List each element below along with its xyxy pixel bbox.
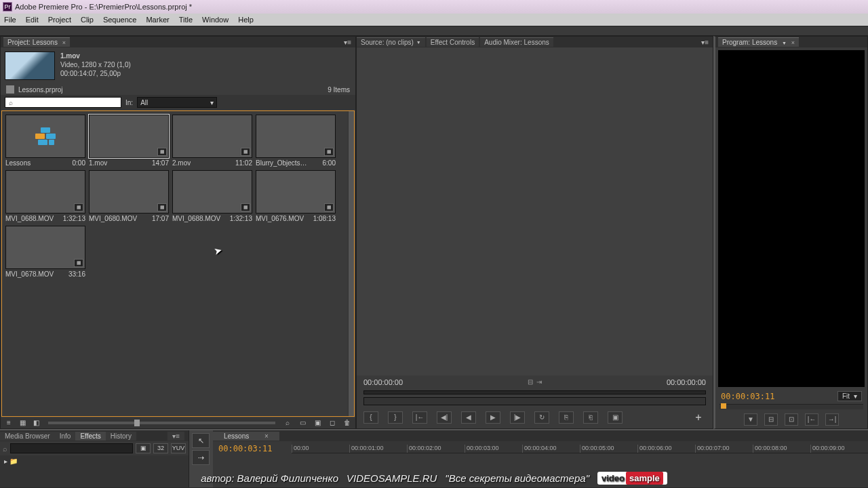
menu-window[interactable]: Window [202, 16, 229, 24]
panel-menu-icon[interactable]: ▾≡ [701, 39, 709, 46]
bin-item[interactable]: ▦MVI_0688.MOV1:32:13 [5, 170, 85, 222]
menu-marker[interactable]: Marker [146, 16, 169, 24]
bin-thumbnail[interactable]: ▦ [256, 115, 336, 158]
panel-menu-icon[interactable]: ▾≡ [344, 39, 351, 46]
bin-thumbnail[interactable]: ▦ [5, 226, 85, 269]
bin-thumbnail[interactable]: ▦ [89, 115, 169, 158]
insert-button[interactable]: ⎘ [559, 411, 574, 424]
step-back-button[interactable]: ◀| [437, 411, 452, 424]
timeline-ruler[interactable]: 00:0000:00:01:0000:00:02:0000:00:03:0000… [292, 441, 868, 453]
bin-item[interactable]: ▦MVI_0676.MOV1:08:13 [256, 170, 336, 222]
chevron-down-icon[interactable]: ▼ [782, 41, 787, 45]
mark-in-button[interactable]: ▼ [744, 413, 757, 426]
play-button[interactable]: ▶ [486, 411, 500, 424]
export-frame-button[interactable]: ▣ [608, 411, 623, 424]
ruler-tick: 00:00:03:00 [465, 445, 522, 453]
track-select-tool[interactable]: ⇢ [192, 450, 210, 465]
chevron-down-icon[interactable]: ▼ [416, 40, 421, 45]
clip-preview-thumb[interactable] [5, 52, 55, 80]
tab-effects[interactable]: Effects [75, 432, 105, 441]
thumbnail-size-slider[interactable] [48, 422, 275, 424]
clip-badge-icon: ▦ [324, 148, 334, 156]
bin-item[interactable]: ▦2.mov11:02 [172, 115, 252, 167]
new-bin-button[interactable]: ▭ [297, 418, 308, 428]
menu-clip[interactable]: Clip [81, 16, 94, 24]
menu-edit[interactable]: Edit [26, 16, 39, 24]
clear-button[interactable]: ◻ [327, 418, 338, 428]
find-button[interactable]: ⌕ [282, 418, 293, 428]
mark-in-button[interactable]: { [363, 411, 378, 424]
bin-item-duration: 11:02 [235, 159, 252, 167]
source-tab[interactable]: Source: (no clips) ▼ [357, 37, 425, 47]
go-next-button[interactable]: →| [825, 413, 839, 426]
bin-thumbnail[interactable]: ▦ [172, 115, 252, 158]
program-ruler[interactable] [719, 404, 863, 409]
mark-out-button[interactable]: } [388, 411, 403, 424]
bin-thumbnail[interactable]: ▦ [89, 170, 169, 214]
panel-menu-icon[interactable]: ▾≡ [167, 432, 184, 441]
filter-select[interactable]: All ▾ [137, 97, 217, 108]
bins-grid[interactable]: Lessons0:00▦1.mov14:07▦2.mov11:02▦Blurry… [1, 110, 355, 417]
close-icon[interactable]: × [791, 39, 795, 46]
project-tab-label: Project: Lessons [7, 39, 58, 46]
go-prev-button[interactable]: |← [805, 413, 818, 426]
overwrite-button[interactable]: ⎗ [583, 411, 598, 424]
source-viewer[interactable] [357, 47, 713, 375]
source-marker-icons[interactable]: ⊟ ⇥ [528, 378, 542, 386]
source-ruler[interactable] [363, 390, 706, 394]
add-button[interactable]: + [691, 411, 706, 424]
search-input[interactable]: ⌕ [5, 97, 121, 108]
audio-mixer-tab[interactable]: Audio Mixer: Lessons [480, 37, 553, 47]
program-viewer[interactable] [718, 50, 865, 387]
tab-info[interactable]: Info [55, 432, 76, 441]
tab-media-browser[interactable]: Media Browser [0, 432, 55, 441]
next-frame-button[interactable]: |▶ [510, 411, 525, 424]
bin-item[interactable]: ▦MVI_0688.MOV1:32:13 [172, 170, 252, 222]
bin-item[interactable]: ▦MVI_0680.MOV17:07 [89, 170, 169, 222]
delete-button[interactable]: 🗑 [342, 418, 353, 428]
bin-item-duration: 33:16 [68, 270, 85, 278]
fx-filter-button[interactable]: ▣ [136, 443, 151, 453]
bin-item[interactable]: ▦Blurry_Objects_02....6:00 [256, 115, 336, 167]
timeline-timecode[interactable]: 00:00:03:11 [218, 444, 286, 453]
project-tab[interactable]: Project: Lessons × [3, 37, 70, 47]
new-item-button[interactable]: ▣ [312, 418, 323, 428]
tab-history[interactable]: History [106, 432, 136, 441]
playhead-icon[interactable] [721, 403, 726, 409]
loop-button[interactable]: ↻ [534, 411, 549, 424]
icon-view-button[interactable]: ▦ [17, 418, 28, 428]
go-in-button[interactable]: |← [412, 411, 427, 424]
menu-file[interactable]: File [4, 16, 16, 24]
fx-yuv-button[interactable]: YUV [171, 443, 186, 453]
sequence-tab[interactable]: Lessons × [213, 432, 279, 441]
lift-button[interactable]: ⊟ [764, 413, 778, 426]
bin-thumbnail[interactable]: ▦ [256, 170, 336, 214]
program-tab[interactable]: Program: Lessons ▼ × [718, 37, 799, 47]
fx-32-button[interactable]: 32 [153, 443, 168, 453]
effects-search-input[interactable] [10, 443, 133, 453]
auto-size-button[interactable]: ◧ [31, 418, 41, 428]
prev-frame-button[interactable]: ◀ [461, 411, 476, 424]
menu-sequence[interactable]: Sequence [103, 16, 137, 24]
zoom-select[interactable]: Fit ▾ [837, 391, 862, 401]
bin-item[interactable]: ▦1.mov14:07 [89, 115, 169, 167]
effect-controls-tab[interactable]: Effect Controls [427, 37, 479, 47]
list-view-button[interactable]: ≡ [3, 418, 14, 428]
menu-project[interactable]: Project [48, 16, 71, 24]
extract-button[interactable]: ⊡ [785, 413, 798, 426]
bin-thumbnail[interactable] [5, 115, 85, 158]
bin-item[interactable]: Lessons0:00 [5, 115, 85, 167]
bin-item[interactable]: ▦MVI_0678.MOV33:16 [5, 226, 85, 278]
item-count: 9 Items [328, 86, 350, 94]
menu-title[interactable]: Title [179, 16, 193, 24]
close-icon[interactable]: × [259, 432, 274, 441]
title-text: Adobe Premiere Pro - E:\PremierPro\Lesso… [15, 3, 192, 11]
close-icon[interactable]: × [62, 39, 66, 46]
selection-tool[interactable]: ↖ [192, 433, 210, 448]
bin-thumbnail[interactable]: ▦ [172, 170, 252, 214]
source-scrubber[interactable] [363, 397, 706, 405]
search-field[interactable] [16, 98, 118, 107]
menu-help[interactable]: Help [238, 16, 254, 24]
effects-folder[interactable]: ▸ 📁 [4, 458, 184, 465]
bin-thumbnail[interactable]: ▦ [5, 170, 85, 214]
